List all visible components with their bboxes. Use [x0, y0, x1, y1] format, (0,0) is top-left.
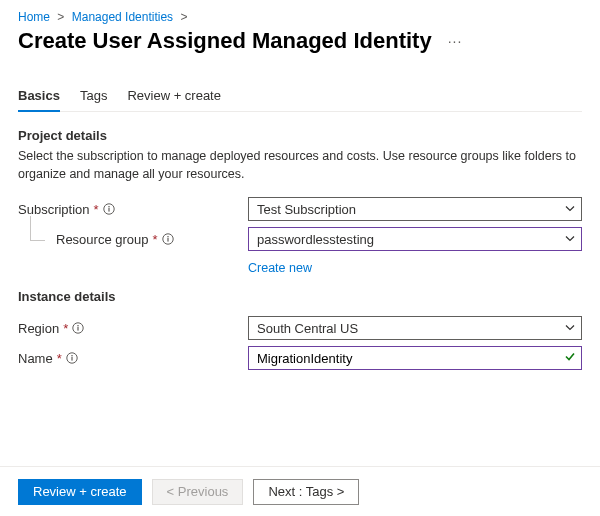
chevron-down-icon — [565, 232, 575, 247]
breadcrumb-home[interactable]: Home — [18, 10, 50, 24]
project-details-description: Select the subscription to manage deploy… — [18, 147, 578, 183]
subscription-select[interactable]: Test Subscription — [248, 197, 582, 221]
svg-rect-8 — [78, 327, 79, 331]
svg-rect-2 — [108, 208, 109, 212]
info-icon[interactable] — [72, 322, 84, 334]
next-button[interactable]: Next : Tags > — [253, 479, 359, 505]
required-indicator: * — [63, 321, 68, 336]
chevron-down-icon — [565, 321, 575, 336]
svg-point-7 — [77, 325, 79, 327]
svg-rect-5 — [167, 238, 168, 242]
resource-group-label: Resource group — [56, 232, 149, 247]
resource-group-select[interactable]: passwordlesstesting — [248, 227, 582, 251]
svg-point-1 — [108, 206, 110, 208]
svg-rect-11 — [71, 357, 72, 361]
project-details-heading: Project details — [18, 128, 582, 143]
more-actions-button[interactable]: ··· — [444, 30, 467, 52]
name-input[interactable] — [248, 346, 582, 370]
footer-action-bar: Review + create < Previous Next : Tags > — [0, 466, 600, 516]
instance-details-heading: Instance details — [18, 289, 582, 304]
required-indicator: * — [57, 351, 62, 366]
check-icon — [564, 351, 576, 366]
chevron-right-icon: > — [57, 10, 64, 24]
tab-basics[interactable]: Basics — [18, 82, 60, 111]
tab-tags[interactable]: Tags — [80, 82, 107, 111]
review-create-button[interactable]: Review + create — [18, 479, 142, 505]
region-label: Region — [18, 321, 59, 336]
name-label: Name — [18, 351, 53, 366]
previous-button: < Previous — [152, 479, 244, 505]
resource-group-value: passwordlesstesting — [257, 232, 374, 247]
subscription-label: Subscription — [18, 202, 90, 217]
chevron-down-icon — [565, 202, 575, 217]
region-select[interactable]: South Central US — [248, 316, 582, 340]
chevron-right-icon: > — [180, 10, 187, 24]
required-indicator: * — [94, 202, 99, 217]
subscription-value: Test Subscription — [257, 202, 356, 217]
page-title: Create User Assigned Managed Identity — [18, 28, 432, 54]
svg-point-4 — [167, 236, 169, 238]
info-icon[interactable] — [103, 203, 115, 215]
tab-review-create[interactable]: Review + create — [127, 82, 221, 111]
breadcrumb: Home > Managed Identities > — [18, 10, 582, 24]
info-icon[interactable] — [162, 233, 174, 245]
required-indicator: * — [153, 232, 158, 247]
region-value: South Central US — [257, 321, 358, 336]
breadcrumb-managed-identities[interactable]: Managed Identities — [72, 10, 173, 24]
svg-point-10 — [71, 355, 73, 357]
tabs: Basics Tags Review + create — [18, 82, 582, 112]
create-new-resource-group-link[interactable]: Create new — [248, 261, 312, 275]
info-icon[interactable] — [66, 352, 78, 364]
